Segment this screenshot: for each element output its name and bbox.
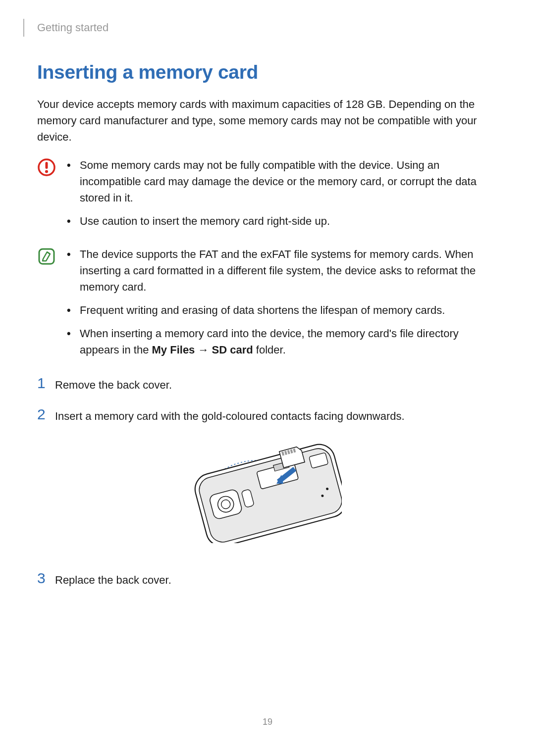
warning-item: • Some memory cards may not be fully com… <box>67 157 498 206</box>
page-title: Inserting a memory card <box>37 61 498 83</box>
svg-point-2 <box>45 170 48 173</box>
note-text: The device supports the FAT and the exFA… <box>80 246 498 295</box>
svg-line-4 <box>47 252 50 254</box>
warning-text: Some memory cards may not be fully compa… <box>80 157 498 206</box>
bullet-marker: • <box>67 302 80 318</box>
note-item: • The device supports the FAT and the ex… <box>67 246 498 295</box>
note-bold-sd-card: SD card <box>212 344 253 356</box>
warning-callout: • Some memory cards may not be fully com… <box>37 157 498 236</box>
bullet-marker: • <box>67 325 80 342</box>
warning-text: Use caution to insert the memory card ri… <box>80 213 498 229</box>
bullet-marker: • <box>67 157 80 173</box>
step-text: Replace the back cover. <box>55 570 498 588</box>
step-number: 3 <box>37 570 55 586</box>
section-label: Getting started <box>37 21 108 34</box>
bullet-marker: • <box>67 246 80 262</box>
step-1: 1 Remove the back cover. <box>37 375 498 393</box>
svg-rect-1 <box>46 162 48 169</box>
step-text: Remove the back cover. <box>55 375 498 393</box>
svg-rect-3 <box>39 249 54 264</box>
page-header: Getting started <box>37 19 498 37</box>
step-3: 3 Replace the back cover. <box>37 570 498 588</box>
page-number: 19 <box>0 717 535 727</box>
instruction-illustration <box>37 439 498 545</box>
intro-paragraph: Your device accepts memory cards with ma… <box>37 96 498 145</box>
header-divider <box>23 19 24 37</box>
warning-icon <box>37 157 67 179</box>
step-number: 2 <box>37 406 55 422</box>
note-item: • Frequent writing and erasing of data s… <box>67 302 498 318</box>
note-item: • When inserting a memory card into the … <box>67 325 498 358</box>
note-callout: • The device supports the FAT and the ex… <box>37 246 498 365</box>
note-suffix: folder. <box>253 344 286 356</box>
note-bold-my-files: My Files <box>152 344 195 356</box>
note-text: Frequent writing and erasing of data sho… <box>80 302 498 318</box>
arrow-icon: → <box>195 344 212 356</box>
warning-item: • Use caution to insert the memory card … <box>67 213 498 229</box>
step-text: Insert a memory card with the gold-colou… <box>55 406 498 424</box>
step-number: 1 <box>37 375 55 391</box>
bullet-marker: • <box>67 213 80 229</box>
note-icon <box>37 246 67 268</box>
step-2: 2 Insert a memory card with the gold-col… <box>37 406 498 424</box>
note-text: When inserting a memory card into the de… <box>80 325 498 358</box>
